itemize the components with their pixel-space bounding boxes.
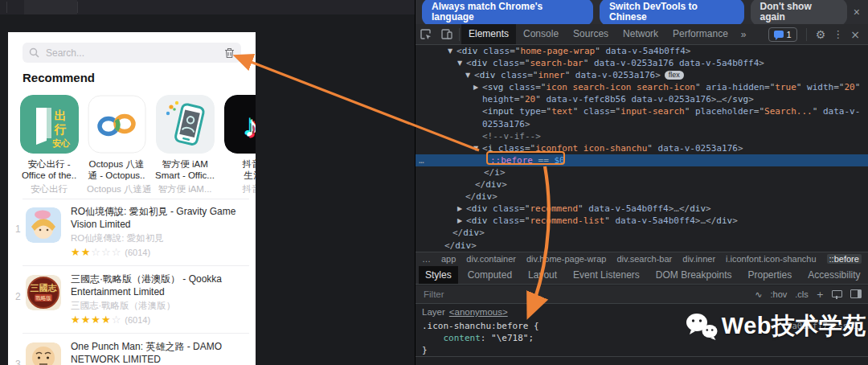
search-bar[interactable] xyxy=(23,43,241,63)
devtools-tab-network[interactable]: Network xyxy=(616,24,665,44)
tree-node[interactable]: ▶<div class="recommend" data-v-5a4b0ff4>… xyxy=(416,203,868,215)
code-token: " xyxy=(855,82,861,92)
devtools-tab-performance[interactable]: Performance xyxy=(665,24,735,44)
tree-node[interactable]: ▶<div class="recommend-list" data-v-5a4b… xyxy=(416,215,868,227)
expand-arrow-icon[interactable]: ▼ xyxy=(448,45,457,57)
star-icon: ★ xyxy=(81,246,92,258)
anxin-app-icon[interactable]: 出行安心 xyxy=(20,95,79,154)
styles-tab-accessibility[interactable]: Accessibility xyxy=(801,266,866,284)
code-token: =" xyxy=(519,58,530,68)
expand-arrow-icon[interactable]: ▼ xyxy=(457,57,466,69)
trash-icon[interactable] xyxy=(224,47,235,59)
expand-arrow-icon[interactable]: ▶ xyxy=(457,215,466,227)
tree-node[interactable]: ▼<div class="inner" data-v-0253a176>flex xyxy=(416,69,868,81)
breadcrumb-item[interactable]: div.search-bar xyxy=(616,254,672,264)
device-toolbar-icon[interactable] xyxy=(436,29,457,39)
styles-filter-input[interactable] xyxy=(422,289,747,300)
breadcrumb-item[interactable]: … xyxy=(422,254,431,264)
breadcrumb-item[interactable]: app xyxy=(441,254,456,264)
sgz-app-icon[interactable]: 三國志戰略版 xyxy=(26,275,61,310)
iamsmart-app-icon[interactable] xyxy=(156,95,215,154)
expand-arrow-icon[interactable]: ▶ xyxy=(457,203,466,215)
tree-node[interactable]: ▼<i class="iconfont icon-shanchu" data-v… xyxy=(416,142,868,154)
breadcrumb-item[interactable]: div.container xyxy=(466,254,516,264)
kebab-menu-icon[interactable]: ⋮ xyxy=(833,28,843,40)
ro-app-icon[interactable] xyxy=(26,207,61,243)
styles-tab-computed[interactable]: Computed xyxy=(461,266,518,284)
styles-tab-event-listeners[interactable]: Event Listeners xyxy=(567,266,646,284)
tree-node[interactable]: 0253a176> xyxy=(416,118,868,130)
octopus-app-icon[interactable] xyxy=(88,95,146,154)
styles-tab-dom-breakpoints[interactable]: DOM Breakpoints xyxy=(649,266,739,284)
star-icon: ★ xyxy=(81,314,92,326)
tree-node-before-selected[interactable]: …::before == $0 xyxy=(416,154,868,166)
toggle-hover-button[interactable]: :hov xyxy=(770,289,787,299)
code-token: < xyxy=(457,46,462,56)
more-tabs-chevron[interactable]: » xyxy=(735,29,752,40)
app-card-subtitle: Octopus 八達通 xyxy=(87,183,146,195)
infobar-button[interactable]: Switch DevTools to Chinese xyxy=(600,0,744,26)
infobar-button[interactable]: Don't show again xyxy=(751,0,847,26)
tree-node[interactable]: </div> xyxy=(416,240,868,252)
expand-arrow-icon[interactable]: ▶ xyxy=(473,81,482,93)
code-token: div xyxy=(690,203,706,214)
rendering-icon[interactable] xyxy=(832,289,842,299)
devtools-tab-console[interactable]: Console xyxy=(516,24,566,44)
tree-node[interactable]: ▼<div class="home-page-wrap" data-v-5a4b… xyxy=(416,45,868,57)
expand-arrow-icon[interactable]: ▼ xyxy=(465,69,474,81)
stylesheet-source-link[interactable]: 3a02bf17.css:17 xyxy=(787,320,863,332)
browser-tab[interactable] xyxy=(24,0,77,14)
devtools-tab-sources[interactable]: Sources xyxy=(566,24,616,44)
css-declaration-line[interactable]: content: "\e718"; xyxy=(416,332,868,344)
settings-gear-icon[interactable]: ⚙ xyxy=(816,28,826,41)
element-state-icon[interactable]: ∿ xyxy=(755,289,762,300)
app-card[interactable]: ♪♪♪抖音-生活抖音- xyxy=(223,95,256,195)
list-item[interactable]: 1RO仙境傳說: 愛如初見 - Gravity Game Vision Limi… xyxy=(8,203,256,270)
list-item[interactable]: 2三國志戰略版三國志·戰略版（港澳版） - Qookka Entertainme… xyxy=(8,270,256,338)
divider xyxy=(23,265,249,266)
devtools-close-icon[interactable]: × xyxy=(850,28,860,41)
tree-node[interactable]: ▶<svg class="icon search-icon search-ico… xyxy=(416,81,868,93)
styles-tab-styles[interactable]: Styles xyxy=(419,266,458,284)
devtools-tab-elements[interactable]: Elements xyxy=(461,24,516,44)
tree-node[interactable]: ▼<div class="search-bar" data-v-0253a176… xyxy=(416,57,868,69)
app-card[interactable]: Octopus 八達通 - Octopus..Octopus 八達通 xyxy=(87,95,146,195)
opm-app-icon[interactable] xyxy=(26,342,61,365)
styles-tab-properties[interactable]: Properties xyxy=(742,266,799,284)
breadcrumb-item[interactable]: div.inner xyxy=(682,254,715,264)
flex-badge[interactable]: flex xyxy=(665,71,684,80)
inspect-element-icon[interactable] xyxy=(416,29,436,40)
code-token: =" xyxy=(610,106,620,117)
computed-sidebar-toggle-icon[interactable] xyxy=(850,289,862,300)
issues-badge[interactable]: 1 xyxy=(768,27,797,42)
list-item-text: 三國志·戰略版（港澳版） - Qookka Entertainment Limi… xyxy=(71,273,249,326)
tree-node[interactable]: </i> xyxy=(416,166,868,178)
tiktok-app-icon[interactable]: ♪♪♪ xyxy=(224,95,256,154)
layer-anonymous-link[interactable]: <anonymous> xyxy=(449,307,508,317)
tree-node[interactable]: </div> xyxy=(416,191,868,203)
breadcrumb-item[interactable]: ::before xyxy=(827,254,862,264)
infobar-close-icon[interactable]: × xyxy=(854,6,860,18)
app-card[interactable]: 出行安心安心出行 -Office of the..安心出行 xyxy=(19,95,79,195)
code-token: data-v- xyxy=(817,106,860,117)
infobar-button[interactable]: Always match Chrome's language xyxy=(422,0,593,26)
new-style-rule-icon[interactable]: + xyxy=(817,289,824,300)
tree-node[interactable]: </div> xyxy=(416,178,868,191)
element-classes-button[interactable]: .cls xyxy=(795,289,809,299)
annotation-highlight-box xyxy=(486,151,565,165)
breadcrumb-item[interactable]: i.iconfont.icon-shanchu xyxy=(726,254,817,264)
code-token: 0253a176 xyxy=(482,119,525,129)
search-input[interactable] xyxy=(44,47,224,59)
code-token: class xyxy=(504,82,536,92)
styles-tab-layout[interactable]: Layout xyxy=(522,266,563,284)
list-item[interactable]: 3One Punch Man: 英雄之路 - DAMO NETWORK LIMI… xyxy=(8,338,256,365)
tree-node[interactable]: height="20" data-v-fefc8b56 data-v-0253a… xyxy=(416,93,868,105)
breadcrumb-item[interactable]: div.home-page-wrap xyxy=(526,254,606,264)
tree-node[interactable]: </div> xyxy=(416,227,868,239)
tree-node[interactable]: <input type="text" class="input-search" … xyxy=(416,105,868,117)
app-card[interactable]: 智方便 iAMSmart - Offic...智方便 iAM... xyxy=(155,95,215,195)
tree-node[interactable]: <!--v-if--> xyxy=(416,130,868,142)
list-item-title: 三國志·戰略版（港澳版） - Qookka Entertainment Limi… xyxy=(71,273,249,298)
code-token: div xyxy=(480,70,496,80)
expand-arrow-icon[interactable]: ▼ xyxy=(473,142,482,154)
